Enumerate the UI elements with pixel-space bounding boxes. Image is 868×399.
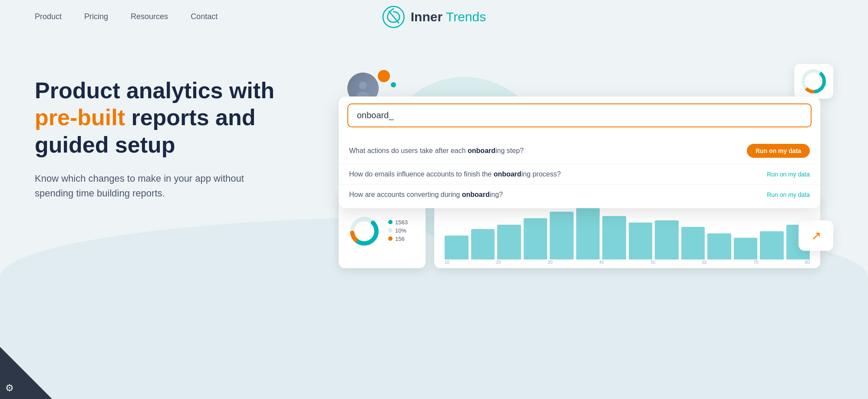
pie-chart-card: [794, 64, 833, 99]
run-on-data-link-2[interactable]: Run on my data: [767, 171, 810, 178]
hero-subtitle: Know which changes to make in your app w…: [35, 171, 313, 201]
pie-chart-icon: [801, 68, 827, 94]
legend-item-1: 1563: [388, 219, 408, 226]
avatar-person-icon: [354, 80, 372, 97]
bar-3: [497, 225, 521, 259]
search-panel: What actions do users take after each on…: [339, 96, 820, 208]
result-text-1: What actions do users take after each on…: [349, 147, 524, 155]
bar-10: [681, 227, 705, 259]
donut-legend: 1563 10% 156: [388, 219, 408, 244]
cookie-icon[interactable]: ⚙: [5, 382, 14, 394]
hero-right: What actions do users take after each on…: [339, 60, 833, 277]
bar-4: [524, 218, 548, 259]
orange-dot-decoration: [378, 70, 390, 82]
search-result-item: How do emails influence accounts to fini…: [339, 164, 820, 185]
bar-1: [445, 236, 469, 259]
bar-13: [760, 231, 784, 259]
navigation: Product Pricing Resources Contact Inner …: [0, 0, 868, 33]
legend-item-2: 10%: [388, 227, 408, 234]
search-input[interactable]: [347, 103, 812, 127]
trend-up-icon: ↗: [811, 229, 821, 243]
bar-12: [734, 238, 758, 259]
hero-title-highlight: pre-built: [35, 105, 125, 130]
nav-pricing[interactable]: Pricing: [84, 12, 108, 21]
result-text-2: How do emails influence accounts to fini…: [349, 170, 561, 178]
site-logo[interactable]: Inner Trends: [382, 6, 486, 28]
teal-dot-decoration: [391, 82, 396, 87]
trend-icon-card: ↗: [799, 220, 833, 251]
hero-title: Product analytics with pre-built reports…: [35, 77, 313, 158]
bar-7: [602, 216, 626, 259]
nav-contact[interactable]: Contact: [191, 12, 218, 21]
legend-dot-grey: [388, 228, 393, 233]
result-text-3: How are accounts converting during onboa…: [349, 191, 503, 199]
nav-product[interactable]: Product: [35, 12, 62, 21]
search-result-item: What actions do users take after each on…: [339, 138, 820, 164]
bar-9: [655, 220, 679, 259]
run-on-data-link-3[interactable]: Run on my data: [767, 191, 810, 198]
bar-2: [471, 229, 495, 259]
run-on-data-button-1[interactable]: Run on my data: [747, 144, 810, 158]
bar-6: [576, 203, 600, 259]
legend-item-3: 156: [388, 236, 408, 242]
bar-5: [550, 212, 574, 259]
search-input-row: [339, 96, 820, 134]
donut-chart: [349, 216, 380, 246]
legend-dot-orange: [388, 236, 393, 241]
bar-11: [707, 233, 731, 259]
nav-resources[interactable]: Resources: [131, 12, 168, 21]
search-result-item: How are accounts converting during onboa…: [339, 185, 820, 205]
logo-icon: [382, 6, 405, 28]
nav-links: Product Pricing Resources Contact: [35, 12, 218, 21]
search-results: What actions do users take after each on…: [339, 134, 820, 208]
legend-dot-teal: [388, 220, 393, 224]
logo-text: Inner Trends: [411, 10, 486, 24]
svg-point-5: [359, 82, 367, 90]
hero-left: Product analytics with pre-built reports…: [35, 60, 313, 201]
bar-8: [629, 223, 653, 259]
hero-section: Product analytics with pre-built reports…: [0, 33, 868, 277]
bar-chart-labels: 1020304050607080: [445, 260, 810, 265]
